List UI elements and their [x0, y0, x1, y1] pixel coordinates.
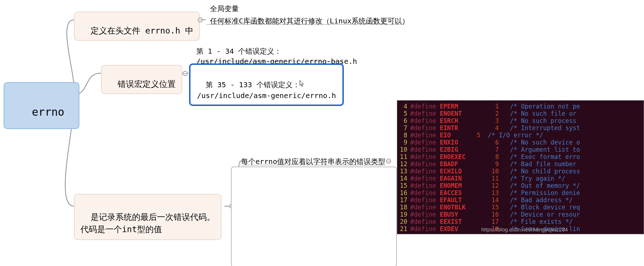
- watermark-url: https://blog.csdn.net/mengyujia1234: [481, 226, 568, 232]
- terminal-row: 12#define EBADF 9 /* Bad file number: [397, 160, 644, 168]
- terminal-row: 18#define ENOTBLK 15 /* Block device req: [397, 204, 644, 211]
- toggle-icon[interactable]: [183, 71, 188, 76]
- terminal-code-window: 4#define EPERM 1 /* Operation not pe5#de…: [397, 100, 644, 234]
- partial-expanded-box: [231, 167, 397, 266]
- toggle-icon[interactable]: [198, 17, 203, 22]
- terminal-row: 11#define ENOEXEC 8 /* Exec format erro: [397, 153, 644, 160]
- terminal-row: 4#define EPERM 1 /* Operation not pe: [397, 103, 644, 110]
- terminal-row: 15#define ENOMEM 12 /* Out of memory */: [397, 182, 644, 189]
- label-modify-text: 任何标准C库函数都能对其进行修改（Linux系统函数更可以）: [210, 16, 409, 26]
- label-global-variable: 全局变量: [210, 4, 239, 14]
- node-last-err-text: 是记录系统的最后一次错误代码。 代码是一个int型的值: [80, 212, 215, 234]
- terminal-row: 7#define EINTR 4 /* Interrupted syst: [397, 124, 644, 132]
- terminal-row: 16#define EACCES 13 /* Permission denie: [397, 189, 644, 196]
- selected-node-range2[interactable]: 第 35 - 133 个错误定义： /usr/include/asm-gener…: [189, 63, 344, 106]
- toggle-icon[interactable]: [386, 159, 391, 164]
- node-macro-position[interactable]: 错误宏定义位置: [101, 65, 182, 94]
- terminal-row: 17#define EFAULT 14 /* Bad address */: [397, 196, 644, 204]
- root-node-errno[interactable]: errno: [4, 82, 79, 129]
- root-label: errno: [32, 106, 64, 118]
- terminal-rows: 4#define EPERM 1 /* Operation not pe5#de…: [397, 103, 644, 232]
- terminal-row: 9#define ENXIO 6 /* No such device o: [397, 139, 644, 146]
- terminal-row: 10#define E2BIG 7 /* Argument list to: [397, 146, 644, 153]
- node-header-def-text: 定义在头文件 errno.h 中: [91, 26, 194, 35]
- terminal-row: 8#define EIO 5 /* I/O error */: [397, 132, 644, 139]
- node-header-definition[interactable]: 定义在头文件 errno.h 中: [74, 12, 200, 41]
- terminal-row: 20#define EEXIST 17 /* File exists */: [397, 218, 644, 225]
- terminal-row: 13#define ECHILD 10 /* No child process: [397, 168, 644, 175]
- terminal-row: 19#define EBUSY 16 /* Device or resour: [397, 211, 644, 218]
- terminal-row: 14#define EAGAIN 11 /* Try again */: [397, 175, 644, 182]
- terminal-row: 5#define ENOENT 2 /* No such file or: [397, 110, 644, 117]
- node-last-error[interactable]: 是记录系统的最后一次错误代码。 代码是一个int型的值: [74, 194, 222, 240]
- label-range2: 第 35 - 133 个错误定义： /usr/include/asm-gener…: [197, 80, 336, 100]
- node-macro-pos-text: 错误宏定义位置: [118, 79, 176, 89]
- terminal-row: 6#define ESRCH 3 /* No such process: [397, 117, 644, 124]
- label-error-type: 每个errno值对应着以字符串表示的错误类型: [241, 156, 385, 167]
